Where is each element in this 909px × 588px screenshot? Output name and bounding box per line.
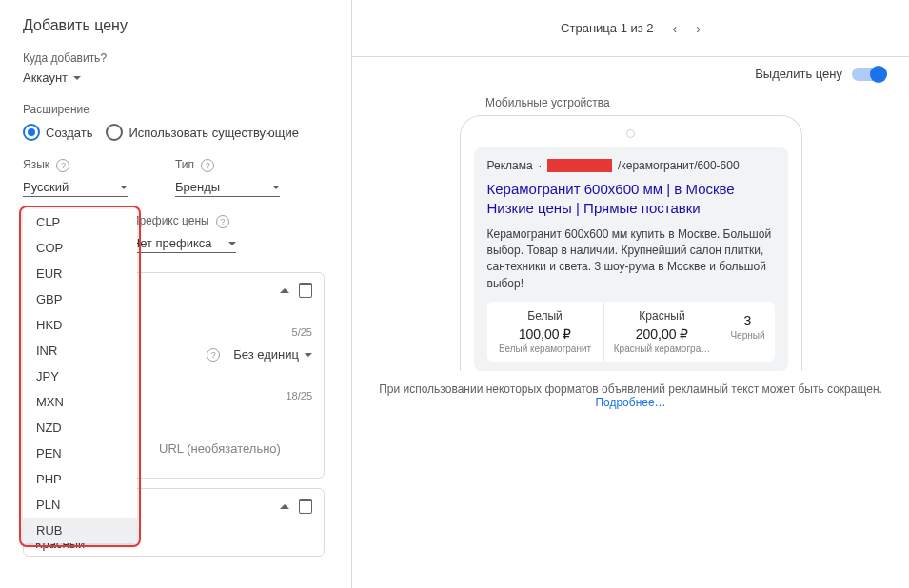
tile-price: 100,00 ₽: [491, 326, 600, 342]
chevron-down-icon: [228, 242, 236, 245]
help-icon[interactable]: ?: [56, 159, 69, 172]
lang-type-row: Язык ? Русский Тип ? Бренды: [23, 158, 351, 197]
tile-sub: Красный керамогра…: [608, 343, 717, 354]
ad-description: Керамогранит 600х600 мм купить в Москве.…: [487, 226, 775, 293]
currency-option[interactable]: NZD: [23, 415, 137, 441]
tile-sub: Черный: [725, 330, 771, 341]
pager: Страница 1 из 2 ‹ ›: [352, 0, 909, 57]
currency-option[interactable]: RUB: [23, 518, 137, 543]
add-to-label: Куда добавить?: [23, 51, 351, 65]
currency-option[interactable]: INR: [23, 338, 137, 363]
url-placeholder[interactable]: URL (необязательно): [159, 441, 281, 456]
tile-sub: Белый керамогранит: [491, 343, 600, 354]
trash-icon[interactable]: [299, 283, 312, 298]
tile-caption: Белый: [491, 309, 600, 323]
radio-create[interactable]: [23, 124, 40, 141]
language-value: Русский: [23, 180, 69, 194]
add-to-value: Аккаунт: [23, 70, 68, 85]
ad-topline: Реклама· /керамогранит/600-600: [487, 159, 775, 172]
left-panel: Добавить цену Куда добавить? Аккаунт Рас…: [0, 0, 352, 588]
help-icon[interactable]: ?: [201, 159, 214, 172]
help-icon[interactable]: ?: [216, 215, 229, 228]
redacted-icon: [547, 159, 612, 172]
currency-option[interactable]: PHP: [23, 466, 137, 492]
add-to-select[interactable]: Аккаунт: [23, 70, 81, 85]
currency-option[interactable]: PLN: [23, 492, 137, 518]
format-note: При использовании некоторых форматов объ…: [352, 371, 909, 409]
extension-radiogroup: Создать Использовать существующие: [23, 124, 351, 141]
preview-caption: Мобильные устройства: [485, 96, 610, 109]
extension-label: Расширение: [23, 103, 351, 116]
currency-option[interactable]: EUR: [23, 261, 137, 286]
currency-option[interactable]: COP: [23, 235, 137, 261]
type-field: Тип ? Бренды: [175, 158, 280, 197]
help-icon[interactable]: ?: [207, 348, 220, 362]
pager-next-button[interactable]: ›: [696, 21, 701, 36]
chevron-down-icon: [272, 186, 280, 189]
more-link[interactable]: Подробнее…: [595, 396, 665, 409]
highlight-label: Выделить цену: [755, 67, 842, 81]
type-select[interactable]: Бренды: [175, 176, 280, 197]
page-title: Добавить цену: [23, 17, 351, 34]
price-prefix-label: Префикс цены ?: [131, 214, 236, 228]
price-tiles: Белый 100,00 ₽ Белый керамогранит Красны…: [487, 302, 775, 362]
language-select[interactable]: Русский: [23, 176, 128, 197]
price-tile[interactable]: Белый 100,00 ₽ Белый керамогранит: [487, 302, 604, 362]
ad-label: Реклама: [487, 159, 533, 172]
collapse-icon[interactable]: [280, 504, 289, 509]
type-value: Бренды: [175, 180, 220, 194]
currency-option[interactable]: HKD: [23, 312, 137, 338]
currency-option[interactable]: GBP: [23, 286, 137, 312]
currency-option[interactable]: JPY: [23, 363, 137, 389]
ad-url-fragment: /керамогранит/600-600: [618, 159, 740, 172]
phone-speaker-icon: [626, 129, 635, 138]
tile-price: 3: [725, 313, 771, 328]
tile-price: 200,00 ₽: [608, 326, 717, 342]
trash-icon[interactable]: [299, 499, 312, 514]
language-field: Язык ? Русский: [23, 158, 128, 197]
collapse-icon[interactable]: [280, 288, 289, 293]
pager-prev-button[interactable]: ‹: [673, 21, 678, 36]
type-label: Тип ?: [175, 158, 280, 172]
ad-title[interactable]: Керамогранит 600х600 мм | в Москве Низки…: [487, 180, 775, 219]
unit-select[interactable]: Без единиц: [233, 347, 312, 362]
pager-text: Страница 1 из 2: [561, 21, 653, 35]
currency-option[interactable]: MXN: [23, 389, 137, 415]
chevron-down-icon: [120, 186, 128, 189]
language-label: Язык ?: [23, 158, 128, 172]
highlight-toolbar: Выделить цену: [352, 57, 909, 90]
currency-option[interactable]: CLP: [23, 209, 137, 235]
price-prefix-value: Нет префикса: [131, 236, 212, 250]
currency-dropdown[interactable]: CLPCOPEURGBPHKDINRJPYMXNNZDPENPHPPLNRUB: [23, 209, 137, 543]
price-prefix-field: Префикс цены ? Нет префикса: [131, 214, 236, 253]
ad-card: Реклама· /керамогранит/600-600 Керамогра…: [474, 147, 788, 371]
highlight-toggle[interactable]: [852, 68, 886, 81]
price-tile[interactable]: 3 Черный: [721, 302, 775, 362]
right-panel: Страница 1 из 2 ‹ › Выделить цену Мобиль…: [352, 0, 909, 588]
price-prefix-select[interactable]: Нет префикса: [131, 232, 236, 253]
radio-create-label[interactable]: Создать: [46, 126, 92, 140]
radio-existing[interactable]: [106, 124, 123, 141]
radio-existing-label[interactable]: Использовать существующие: [128, 126, 299, 140]
tile-caption: Красный: [608, 309, 717, 323]
extension-section: Расширение Создать Использовать существу…: [23, 103, 351, 141]
phone-preview: Реклама· /керамогранит/600-600 Керамогра…: [460, 115, 802, 371]
price-tile[interactable]: Красный 200,00 ₽ Красный керамогра…: [604, 302, 721, 362]
chevron-down-icon: [305, 353, 312, 357]
add-to-section: Куда добавить? Аккаунт: [23, 51, 351, 86]
chevron-down-icon: [73, 76, 81, 80]
preview-area: Мобильные устройства Реклама· /керамогра…: [352, 90, 909, 371]
currency-option[interactable]: PEN: [23, 441, 137, 466]
